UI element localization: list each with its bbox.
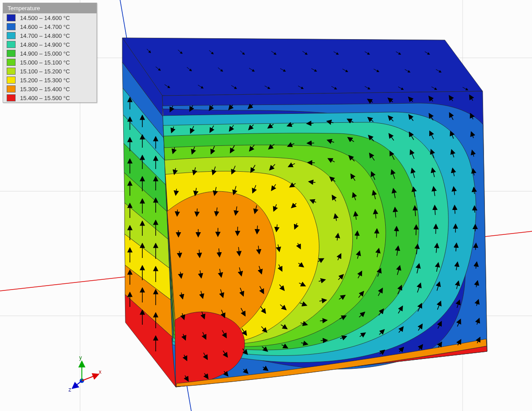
gizmo-x-label: x: [99, 369, 101, 375]
svg-line-289: [82, 375, 98, 381]
legend-item: 15.000 – 15.100 °C: [3, 58, 97, 67]
svg-line-239: [416, 226, 416, 235]
viewport-3d[interactable]: Temperature 14.500 – 14.600 °C14.600 – 1…: [0, 0, 532, 411]
legend-item: 15.400 – 15.500 °C: [3, 93, 97, 102]
legend-label: 14.700 – 14.800 °C: [20, 32, 70, 39]
svg-line-282: [476, 245, 476, 250]
svg-line-266: [455, 207, 455, 214]
legend-swatch: [7, 68, 16, 75]
legend-label: 15.100 – 15.200 °C: [20, 68, 70, 75]
svg-line-211: [377, 230, 377, 238]
legend-swatch: [7, 59, 16, 66]
legend-label: 14.900 – 15.000 °C: [20, 50, 70, 57]
legend-label: 14.500 – 14.600 °C: [20, 15, 70, 21]
legend-swatch: [7, 50, 16, 57]
svg-line-138: [257, 226, 258, 233]
svg-line-171: [308, 143, 314, 143]
svg-line-225: [396, 228, 397, 237]
legend-swatch: [7, 23, 16, 30]
svg-line-280: [475, 207, 475, 213]
legend-label: 15.400 – 15.500 °C: [20, 95, 70, 101]
svg-line-83: [179, 251, 180, 256]
svg-line-81: [177, 210, 177, 215]
gizmo-y-label: y: [79, 355, 82, 361]
legend-item: 14.800 – 14.900 °C: [3, 40, 97, 49]
legend-item: 15.200 – 15.300 °C: [3, 76, 97, 85]
gizmo-z-label: z: [69, 387, 71, 393]
legend-swatch: [7, 94, 16, 101]
legend-item: 14.700 – 14.800 °C: [3, 31, 97, 40]
legend-swatch: [7, 32, 16, 39]
legend-label: 14.800 – 14.900 °C: [20, 41, 70, 48]
svg-line-291: [73, 381, 82, 388]
legend-title: Temperature: [3, 3, 97, 13]
legend-swatch: [7, 14, 16, 21]
svg-line-179: [321, 340, 326, 341]
legend-label: 15.200 – 15.300 °C: [20, 77, 70, 84]
svg-line-124: [238, 227, 238, 234]
legend-item: 14.500 – 14.600 °C: [3, 13, 97, 22]
orientation-gizmo[interactable]: x y z: [67, 353, 107, 393]
legend-label: 14.600 – 14.700 °C: [20, 24, 70, 30]
legend-label: 15.000 – 15.100 °C: [20, 59, 70, 66]
legend-swatch: [7, 77, 16, 84]
legend-item: 14.900 – 15.000 °C: [3, 49, 97, 58]
legend-item: 15.100 – 15.200 °C: [3, 67, 97, 76]
cube-face-top: [122, 38, 483, 96]
legend-item: 14.600 – 14.700 °C: [3, 22, 97, 31]
svg-line-170: [308, 123, 314, 124]
cube-face-front: [162, 91, 487, 387]
legend-panel: Temperature 14.500 – 14.600 °C14.600 – 1…: [3, 3, 97, 103]
legend-item: 15.300 – 15.400 °C: [3, 85, 97, 93]
legend-label: 15.300 – 15.400 °C: [20, 86, 70, 93]
legend-swatch: [7, 41, 16, 48]
legend-swatch: [7, 85, 16, 93]
